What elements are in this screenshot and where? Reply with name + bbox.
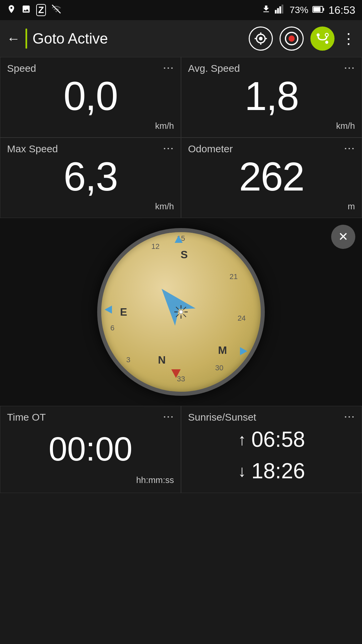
compass-blue-triangle-right [240, 347, 247, 355]
metrics-grid-top: Speed ⋮ 0,0 km/h Avg. Speed ⋮ 1,8 km/h M… [0, 57, 362, 218]
svg-line-23 [183, 307, 186, 310]
compass-center-star [173, 304, 189, 320]
compass-red-triangle-south [171, 369, 181, 378]
svg-rect-3 [279, 6, 281, 13]
bottom-metrics: Time OT ⋮ 00:00 hh:mm:ss Sunrise/Sunset … [0, 406, 362, 493]
time-ot-label: Time OT [7, 412, 46, 423]
compass-blue-triangle-left [105, 306, 112, 314]
app-bar: ← Goto Active [0, 20, 362, 57]
signal-bars-icon [275, 4, 286, 16]
max-speed-unit: km/h [7, 201, 174, 214]
sunrise-sunset-times: ↑ 06:58 ↓ 18:26 [188, 423, 355, 487]
time-ot-unit: hh:mm:ss [7, 475, 174, 487]
speed-widget: Speed ⋮ 0,0 km/h [0, 57, 181, 138]
speed-value: 0,0 [7, 71, 174, 121]
status-left-icons: Z [7, 4, 61, 16]
speed-menu-button[interactable]: ⋮ [164, 63, 173, 74]
record-button[interactable] [280, 26, 304, 51]
time-ot-widget: Time OT ⋮ 00:00 hh:mm:ss [0, 406, 181, 493]
status-right-info: 73% 16:53 [261, 4, 355, 16]
svg-rect-7 [323, 8, 324, 11]
z-app-icon: Z [36, 4, 46, 16]
max-speed-value: 6,3 [7, 151, 174, 201]
compass-num-30: 30 [215, 364, 223, 372]
svg-rect-6 [313, 7, 320, 12]
status-bar: Z 73% [0, 0, 362, 20]
more-menu-button[interactable]: ⋮ [341, 31, 355, 46]
svg-point-11 [289, 36, 295, 42]
page-title: Goto Active [33, 30, 243, 47]
sunset-time: 18:26 [251, 459, 305, 483]
avg-speed-unit: km/h [188, 121, 355, 133]
compass-e-label: E [120, 306, 127, 318]
route-button[interactable] [310, 26, 335, 51]
svg-rect-1 [275, 10, 277, 13]
compass-dial: S E M N 15 12 6 3 21 24 30 33 [97, 228, 265, 396]
odometer-value: 262 [188, 151, 355, 201]
avg-speed-menu-button[interactable]: ⋮ [345, 63, 354, 74]
sunrise-row: ↑ 06:58 [238, 427, 305, 452]
compass-num-21: 21 [230, 272, 238, 281]
location-icon [7, 4, 16, 16]
avg-speed-widget: Avg. Speed ⋮ 1,8 km/h [181, 57, 362, 138]
svg-point-14 [325, 33, 328, 36]
time-ot-value: 00:00 [7, 423, 174, 475]
sunrise-time: 06:58 [251, 427, 305, 452]
compass-blue-triangle-top [175, 235, 183, 243]
max-speed-widget: Max Speed ⋮ 6,3 km/h [0, 138, 181, 218]
sunset-row: ↓ 18:26 [238, 459, 305, 483]
compass-num-6: 6 [110, 324, 114, 332]
back-button[interactable]: ← [7, 31, 20, 46]
compass-num-3: 3 [126, 356, 130, 364]
svg-point-13 [325, 41, 328, 44]
app-bar-actions: ⋮ [249, 26, 355, 51]
title-divider [25, 29, 27, 49]
compass-s-label: S [181, 248, 188, 261]
sunset-arrow-icon: ↓ [238, 462, 246, 480]
svg-line-21 [176, 307, 179, 310]
battery-icon [312, 5, 324, 15]
odometer-menu-button[interactable]: ⋮ [345, 143, 354, 154]
compass-m-label: M [218, 344, 227, 357]
svg-line-24 [176, 314, 179, 317]
wifi-signal-icon [51, 4, 61, 16]
clock: 16:53 [328, 4, 355, 16]
battery-percent: 73% [290, 5, 308, 15]
sunrise-sunset-menu-button[interactable]: ⋮ [345, 412, 354, 423]
sunrise-sunset-label: Sunrise/Sunset [188, 412, 256, 423]
svg-line-22 [183, 314, 186, 317]
download-icon [261, 4, 271, 16]
sunrise-sunset-widget: Sunrise/Sunset ⋮ ↑ 06:58 ↓ 18:26 [181, 406, 362, 493]
time-ot-menu-button[interactable]: ⋮ [164, 412, 173, 423]
max-speed-menu-button[interactable]: ⋮ [164, 143, 173, 154]
compass-section: ✕ S E M N 15 12 6 3 21 24 30 33 [0, 218, 362, 406]
odometer-widget: Odometer ⋮ 262 m [181, 138, 362, 218]
svg-rect-2 [277, 8, 279, 13]
odometer-unit: m [188, 201, 355, 214]
close-compass-button[interactable]: ✕ [331, 225, 355, 249]
image-icon [21, 4, 31, 16]
compass-num-24: 24 [238, 314, 246, 323]
svg-point-8 [259, 37, 263, 41]
compass-num-12: 12 [152, 242, 160, 251]
speed-unit: km/h [7, 121, 174, 133]
gps-center-button[interactable] [249, 26, 273, 51]
avg-speed-value: 1,8 [188, 71, 355, 121]
compass-n-label: N [158, 354, 166, 366]
svg-rect-4 [282, 4, 283, 13]
sunrise-arrow-icon: ↑ [238, 430, 246, 449]
svg-point-16 [179, 310, 183, 314]
svg-point-12 [317, 33, 320, 36]
